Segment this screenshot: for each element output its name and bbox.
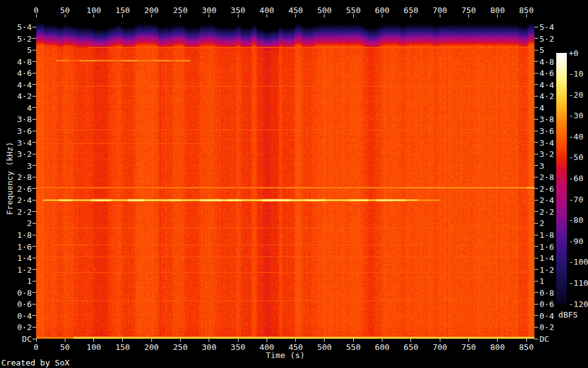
y-tick-right <box>534 50 538 50</box>
x-tick-bottom <box>36 339 37 342</box>
y-tick-label-right: 4·2 <box>539 92 554 100</box>
y-tick-left <box>32 61 36 62</box>
x-tick-bottom <box>295 339 296 342</box>
y-tick-left <box>32 235 36 235</box>
y-tick-right <box>534 107 538 108</box>
x-tick-label-top: 700 <box>432 6 447 14</box>
y-tick-left <box>32 177 36 177</box>
y-tick-left <box>32 119 36 120</box>
y-tick-label-right: 1·8 <box>539 231 554 239</box>
x-tick-label-top: 200 <box>144 6 158 14</box>
y-tick-label-right: 3·6 <box>539 127 554 135</box>
y-tick-left <box>32 50 36 50</box>
colorbar-tick-label: -30 <box>569 111 583 120</box>
y-tick-label-right: 2·6 <box>539 184 554 192</box>
y-tick-label-right: 4 <box>539 103 544 111</box>
y-tick-right <box>534 154 538 154</box>
y-tick-label-right: 2·4 <box>539 196 554 204</box>
y-tick-right <box>534 96 538 97</box>
x-tick-bottom <box>324 339 325 342</box>
y-tick-right <box>534 200 538 201</box>
y-tick-label-right: 5 <box>539 46 544 54</box>
colorbar-tick-label: -120 <box>569 300 588 308</box>
y-tick-right <box>534 61 538 62</box>
colorbar-tick-label: -40 <box>569 133 583 141</box>
x-tick-label-top: 400 <box>260 6 274 14</box>
x-tick-label-top: 650 <box>404 6 418 14</box>
colorbar-tick-label: -20 <box>569 91 583 99</box>
y-tick-right <box>534 73 538 73</box>
colorbar-tick-label: -10 <box>569 70 583 78</box>
y-tick-right <box>534 131 538 131</box>
x-tick-label-top: 800 <box>490 6 505 14</box>
y-tick-label-right: 3·2 <box>539 150 554 158</box>
y-tick-left <box>32 188 36 189</box>
y-tick-left <box>32 27 36 27</box>
y-tick-label-right: 0·4 <box>539 311 554 319</box>
y-tick-label-right: 1·2 <box>539 265 554 273</box>
y-tick-label-right: 2·8 <box>539 173 554 181</box>
y-tick-left <box>32 107 36 108</box>
x-tick-bottom <box>238 339 239 342</box>
x-axis-title: Time (s) <box>36 351 534 360</box>
y-tick-label-right: 1·6 <box>539 242 554 250</box>
x-tick-bottom <box>468 339 469 342</box>
y-tick-left <box>32 258 36 258</box>
y-tick-right <box>534 246 538 247</box>
colorbar-tick-label: -60 <box>569 174 583 182</box>
y-tick-right <box>534 188 538 189</box>
y-tick-label-right: DC <box>539 335 549 343</box>
y-tick-left <box>32 84 36 85</box>
x-tick-bottom <box>267 339 267 342</box>
y-tick-left <box>32 211 36 212</box>
colorbar-unit-label: dBFS <box>556 310 580 319</box>
y-tick-right <box>534 235 538 235</box>
y-tick-right <box>534 142 538 143</box>
y-tick-left <box>32 304 36 304</box>
y-tick-right <box>534 84 538 85</box>
x-tick-label-top: 50 <box>60 6 70 14</box>
x-tick-label-top: 150 <box>115 6 130 14</box>
colorbar-tick-label: -110 <box>569 279 588 287</box>
y-tick-label-right: 3·8 <box>539 115 554 123</box>
y-tick-left <box>32 223 36 224</box>
x-tick-bottom <box>410 339 411 342</box>
x-tick-label-top: 550 <box>346 6 361 14</box>
colorbar-tick-label: +0 <box>569 49 579 57</box>
y-tick-right <box>534 292 538 293</box>
x-tick-bottom <box>122 339 123 342</box>
x-tick-label-top: 750 <box>462 6 476 14</box>
y-tick-right <box>534 258 538 258</box>
y-tick-label-right: 4·8 <box>539 57 554 65</box>
y-tick-right <box>534 304 538 304</box>
x-tick-bottom <box>526 339 527 342</box>
y-tick-right <box>534 211 538 212</box>
y-tick-right <box>534 119 538 120</box>
y-tick-right <box>534 38 538 39</box>
y-tick-label-right: 0·6 <box>539 300 554 308</box>
y-tick-label-right: 1 <box>539 277 544 285</box>
x-tick-label-top: 250 <box>173 6 187 14</box>
y-tick-label-right: 5·2 <box>539 34 554 42</box>
x-tick-bottom <box>180 339 181 342</box>
y-tick-left <box>32 96 36 97</box>
y-tick-right <box>534 269 538 270</box>
y-tick-label-right: 3·4 <box>539 138 554 146</box>
colorbar-tick-label: -80 <box>569 216 583 224</box>
x-tick-bottom <box>93 339 94 342</box>
y-tick-label-right: 3 <box>539 161 544 169</box>
x-tick-label-top: 500 <box>317 6 331 14</box>
dbfs-colorbar <box>556 53 567 304</box>
y-tick-left <box>32 292 36 293</box>
x-tick-bottom <box>151 339 152 342</box>
y-tick-left <box>32 327 36 328</box>
y-tick-left <box>32 38 36 39</box>
y-tick-label-right: 4·4 <box>539 80 554 88</box>
spectrogram-canvas <box>36 17 534 339</box>
y-tick-label-right: 4·6 <box>539 69 554 77</box>
y-tick-left <box>32 131 36 131</box>
y-tick-right <box>534 223 538 224</box>
y-tick-left <box>32 142 36 143</box>
x-tick-label-top: 100 <box>87 6 101 14</box>
colorbar-tick-label: -70 <box>569 196 583 204</box>
